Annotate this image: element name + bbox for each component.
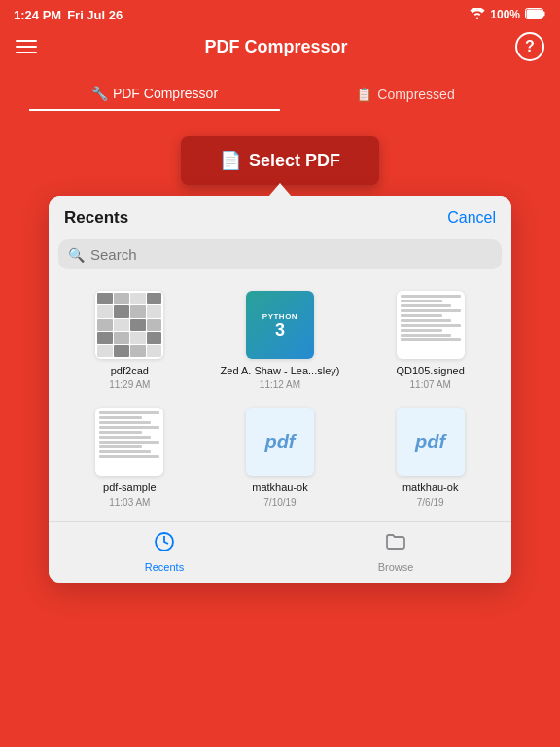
wifi-icon: [470, 8, 485, 22]
picker-tab-recents[interactable]: Recents: [49, 522, 280, 583]
file-time: 7/6/19: [417, 497, 444, 508]
pdf-text-icon: pdf: [264, 431, 295, 453]
main-tabs: 🔧 PDF Compressor 📋 Compressed: [0, 86, 560, 111]
battery-text: 100%: [490, 8, 520, 21]
status-indicators: 100%: [470, 8, 546, 22]
file-thumbnail: [397, 291, 465, 359]
dropdown-arrow: [0, 185, 560, 196]
pdf-text-icon: pdf: [415, 431, 445, 453]
tab-compressed[interactable]: 📋 Compressed: [280, 86, 531, 111]
picker-bottom-tabs: Recents Browse: [49, 521, 511, 583]
list-item[interactable]: pdf2cad 11:29 AM: [56, 283, 203, 396]
cancel-button[interactable]: Cancel: [447, 209, 496, 227]
pdf-icon: 📄: [220, 150, 241, 171]
help-button[interactable]: ?: [515, 32, 544, 61]
compressed-tab-icon: 📋: [356, 87, 372, 102]
svg-rect-2: [543, 11, 545, 16]
compressor-tab-icon: 🔧: [91, 86, 108, 101]
file-thumbnail: PYTHON 3: [246, 291, 314, 359]
folder-icon: [384, 530, 407, 558]
file-thumbnail: pdf: [246, 408, 314, 476]
search-input[interactable]: [90, 246, 492, 263]
file-time: 7/10/19: [263, 497, 296, 508]
file-name: matkhau-ok: [252, 480, 307, 494]
search-bar: 🔍: [58, 239, 502, 269]
file-thumbnail: [95, 291, 163, 359]
status-bar: 1:24 PM Fri Jul 26 100%: [0, 0, 560, 27]
files-grid: pdf2cad 11:29 AM PYTHON 3 Zed A. Shaw - …: [49, 279, 511, 521]
picker-header: Recents Cancel: [49, 196, 511, 235]
select-btn-wrapper: 📄 Select PDF: [0, 136, 560, 185]
svg-rect-1: [527, 9, 542, 18]
app-title: PDF Compressor: [204, 37, 347, 57]
browse-tab-label: Browse: [378, 561, 414, 573]
battery-icon: [525, 8, 546, 22]
file-name: QD105.signed: [397, 364, 465, 377]
search-icon: 🔍: [68, 247, 85, 263]
list-item[interactable]: pdf matkhau-ok 7/6/19: [357, 400, 504, 513]
app-header: PDF Compressor ?: [0, 27, 560, 70]
file-name: pdf-sample: [103, 480, 156, 494]
question-icon: ?: [525, 38, 535, 55]
recents-tab-label: Recents: [145, 561, 184, 573]
file-time: 11:03 AM: [109, 497, 150, 508]
file-thumbnail: pdf: [397, 408, 465, 476]
list-item[interactable]: PYTHON 3 Zed A. Shaw - Lea...sley) 11:12…: [207, 283, 354, 396]
status-date: Fri Jul 26: [67, 8, 122, 22]
tab-compressor[interactable]: 🔧 PDF Compressor: [29, 86, 280, 111]
status-time: 1:24 PM: [14, 8, 61, 22]
picker-title: Recents: [64, 208, 128, 228]
file-time: 11:29 AM: [109, 379, 150, 390]
select-pdf-button[interactable]: 📄 Select PDF: [181, 136, 379, 185]
clock-icon: [153, 530, 176, 558]
list-item[interactable]: pdf matkhau-ok 7/10/19: [207, 400, 354, 513]
file-thumbnail: [95, 408, 163, 476]
picker-tab-browse[interactable]: Browse: [280, 522, 511, 583]
file-time: 11:12 AM: [260, 379, 300, 390]
list-item[interactable]: QD105.signed 11:07 AM: [357, 283, 504, 396]
list-item[interactable]: pdf-sample 11:03 AM: [56, 400, 203, 513]
file-name: Zed A. Shaw - Lea...sley): [221, 364, 340, 377]
menu-button[interactable]: [16, 40, 37, 53]
file-time: 11:07 AM: [410, 379, 451, 390]
file-name: pdf2cad: [111, 364, 149, 377]
file-picker: Recents Cancel 🔍 pdf2cad 11:29 AM: [49, 196, 511, 583]
file-name: matkhau-ok: [402, 480, 458, 494]
